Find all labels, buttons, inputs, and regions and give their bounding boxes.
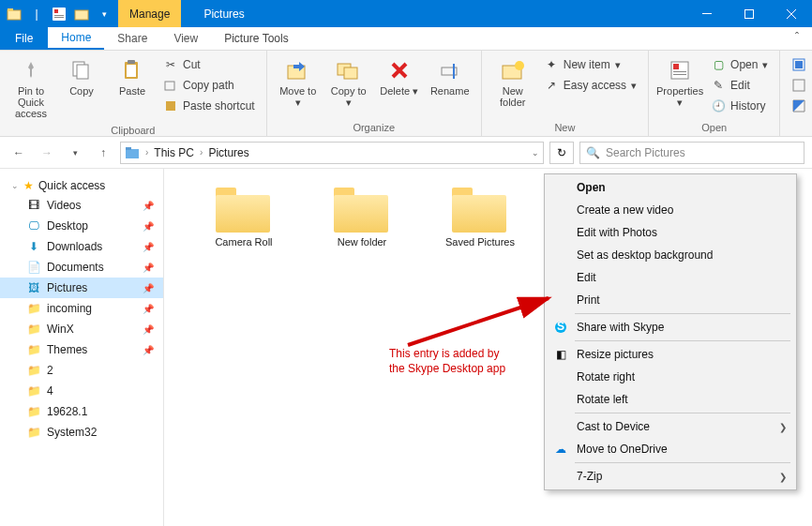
chevron-right-icon[interactable]: › (200, 147, 203, 158)
pin-icon: 📌 (143, 263, 154, 273)
invert-selection-button[interactable]: Invert selection (788, 97, 812, 115)
ctx-set-background[interactable]: Set as desktop background (547, 244, 794, 266)
view-tab[interactable]: View (160, 27, 211, 50)
context-menu: Open Create a new video Edit with Photos… (544, 173, 797, 490)
up-button[interactable]: ↑ (92, 142, 114, 164)
ctx-rotate-right[interactable]: Rotate right (547, 366, 794, 388)
properties-button[interactable]: Properties ▾ (656, 55, 703, 110)
folder-icon: 📁 (26, 404, 41, 419)
ctx-create-video[interactable]: Create a new video (547, 199, 794, 221)
ctx-edit[interactable]: Edit (547, 266, 794, 289)
select-none-button[interactable]: Select none (788, 76, 812, 95)
rename-icon (437, 57, 463, 83)
close-button[interactable] (770, 0, 812, 27)
ribbon: Pin to Quick access Copy Paste ✂Cut Copy… (0, 51, 812, 137)
svg-rect-26 (673, 74, 686, 75)
select-group-label: Select (788, 120, 812, 133)
new-group-label: New (489, 120, 640, 133)
nav-videos[interactable]: 🎞Videos📌 (0, 195, 163, 216)
refresh-button[interactable]: ↻ (549, 142, 574, 164)
easy-access-button[interactable]: ↗Easy access ▾ (540, 76, 640, 95)
new-item-button[interactable]: ✦New item ▾ (540, 55, 640, 74)
open-button[interactable]: ▢Open ▾ (707, 55, 772, 74)
organize-group: Move to ▾ Copy to ▾ Delete ▾ Rename Orga… (267, 51, 482, 136)
nav-winx[interactable]: 📁WinX📌 (0, 319, 163, 339)
copy-path-icon (163, 78, 178, 93)
separator (575, 313, 790, 314)
ctx-7zip[interactable]: 7-Zip❯ (547, 465, 794, 488)
pin-icon: 📌 (143, 324, 154, 335)
nav-downloads[interactable]: ⬇Downloads📌 (0, 236, 163, 257)
svg-rect-13 (127, 65, 136, 77)
contextual-tab-label: Manage (118, 0, 181, 27)
organize-group-label: Organize (275, 120, 474, 133)
collapse-ribbon-icon[interactable]: ˆ (782, 27, 812, 50)
pin-icon: 📌 (143, 201, 154, 211)
ctx-edit-photos[interactable]: Edit with Photos (547, 221, 794, 244)
cut-button[interactable]: ✂Cut (159, 55, 259, 74)
nav-desktop[interactable]: 🖵Desktop📌 (0, 216, 163, 236)
recent-locations-icon[interactable]: ▾ (64, 142, 86, 164)
rename-button[interactable]: Rename (427, 55, 474, 98)
back-button[interactable]: ← (8, 142, 30, 164)
select-all-button[interactable]: Select all (788, 55, 812, 74)
new-folder-icon[interactable] (71, 4, 92, 24)
history-button[interactable]: 🕘History (707, 97, 772, 115)
properties-icon[interactable] (49, 4, 69, 24)
share-tab[interactable]: Share (104, 27, 160, 50)
edit-button[interactable]: ✎Edit (707, 76, 772, 95)
explorer-icon[interactable] (4, 4, 24, 24)
search-box[interactable]: 🔍 Search Pictures (579, 142, 804, 164)
home-tab[interactable]: Home (48, 27, 104, 50)
folder-icon (214, 186, 274, 233)
folder-new-folder[interactable]: New folder (320, 186, 404, 248)
folder-camera-roll[interactable]: Camera Roll (202, 186, 286, 248)
svg-rect-24 (673, 64, 679, 69)
clipboard-group: Pin to Quick access Copy Paste ✂Cut Copy… (0, 51, 267, 136)
breadcrumb-this-pc[interactable]: This PC (154, 146, 194, 159)
ctx-print[interactable]: Print (547, 289, 794, 311)
pin-icon: 📌 (143, 304, 154, 314)
ctx-rotate-left[interactable]: Rotate left (547, 388, 794, 411)
paste-button[interactable]: Paste (109, 55, 156, 98)
nav-2[interactable]: 📁2 (0, 360, 163, 381)
pin-quick-access-button[interactable]: Pin to Quick access (8, 55, 54, 121)
open-icon: ▢ (711, 57, 726, 72)
move-to-button[interactable]: Move to ▾ (275, 55, 322, 110)
picture-tools-tab[interactable]: Picture Tools (211, 27, 301, 50)
file-tab[interactable]: File (0, 27, 48, 50)
nav-4[interactable]: 📁4 (0, 381, 163, 401)
delete-button[interactable]: Delete ▾ (376, 55, 423, 98)
window-title: Pictures (181, 4, 266, 24)
nav-documents[interactable]: 📄Documents📌 (0, 257, 163, 278)
nav-system32[interactable]: 📁System32 (0, 422, 163, 443)
ctx-onedrive[interactable]: ☁Move to OneDrive (547, 438, 794, 460)
ctx-share-skype[interactable]: SShare with Skype (547, 316, 794, 338)
new-folder-button[interactable]: New folder (489, 55, 536, 110)
paste-shortcut-button[interactable]: Paste shortcut (159, 97, 259, 115)
copy-to-button[interactable]: Copy to ▾ (325, 55, 372, 110)
maximize-button[interactable] (728, 0, 770, 27)
ctx-cast[interactable]: Cast to Device❯ (547, 415, 794, 438)
folder-saved-pictures[interactable]: Saved Pictures (438, 186, 522, 248)
copy-path-button[interactable]: Copy path (159, 76, 259, 95)
ctx-open[interactable]: Open (547, 176, 794, 199)
qat-dropdown-icon[interactable]: ▾ (94, 4, 114, 24)
collapse-icon[interactable]: ⌄ (11, 181, 19, 190)
breadcrumb-pictures[interactable]: Pictures (208, 146, 248, 159)
onedrive-icon: ☁ (553, 442, 568, 457)
chevron-right-icon[interactable]: › (145, 147, 148, 158)
nav-19628[interactable]: 📁19628.1 (0, 401, 163, 422)
address-field[interactable]: › This PC › Pictures ⌄ (120, 142, 544, 164)
forward-button[interactable]: → (36, 142, 58, 164)
svg-rect-1 (8, 8, 13, 11)
ctx-resize[interactable]: ◧Resize pictures (547, 343, 794, 366)
minimize-button[interactable] (685, 0, 728, 27)
quick-access-header[interactable]: ⌄★Quick access (0, 176, 163, 195)
title-bar: | ▾ Manage Pictures (0, 0, 812, 27)
nav-incoming[interactable]: 📁incoming📌 (0, 298, 163, 319)
address-dropdown-icon[interactable]: ⌄ (532, 148, 539, 158)
copy-button[interactable]: Copy (58, 55, 105, 98)
nav-themes[interactable]: 📁Themes📌 (0, 339, 163, 360)
nav-pictures[interactable]: 🖼Pictures📌 (0, 278, 163, 298)
